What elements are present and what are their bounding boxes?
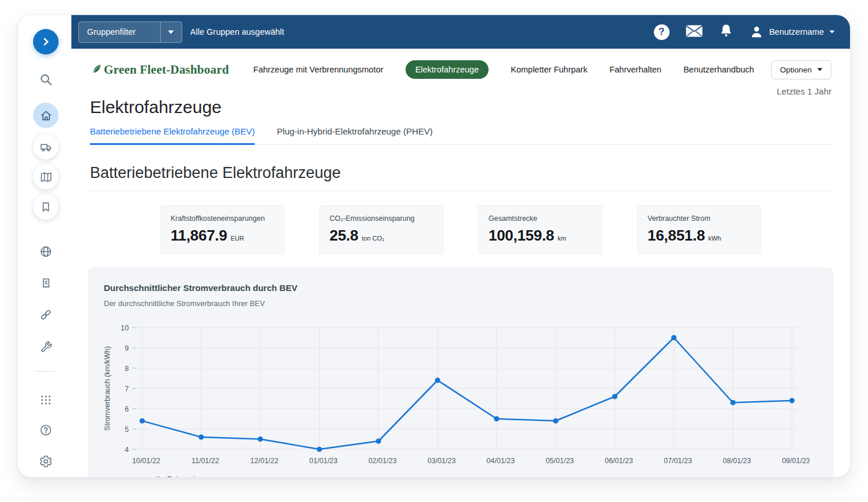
sidebar-item-home[interactable]	[33, 103, 59, 128]
help-button[interactable]: ?	[654, 24, 670, 40]
mail-envelope-icon	[685, 24, 703, 38]
user-avatar-icon	[749, 24, 764, 39]
kpi-value: 25.8	[330, 227, 358, 245]
svg-text:06/01/23: 06/01/23	[605, 457, 633, 465]
kpi-unit: km	[558, 235, 566, 242]
group-filter-dropdown[interactable]: Gruppenfilter	[78, 21, 182, 43]
kpi-unit: ton CO₂	[361, 235, 384, 242]
tab-fahrverhalten[interactable]: Fahrverhalten	[609, 60, 661, 79]
chevron-right-icon	[39, 35, 52, 48]
svg-text:11/01/22: 11/01/22	[191, 457, 219, 465]
sidebar-item-help[interactable]	[33, 417, 59, 443]
sidebar-expand-button[interactable]	[33, 29, 59, 54]
svg-text:Stromverbrauch (km/kWh): Stromverbrauch (km/kWh)	[104, 346, 111, 431]
brand-logo[interactable]: Green Fleet-Dashboard	[90, 63, 229, 77]
sidebar-item-link[interactable]	[33, 302, 59, 328]
chart-svg: 4567891010/01/2211/01/2212/01/2201/01/23…	[104, 316, 809, 471]
sidebar	[18, 15, 71, 477]
section-divider	[90, 191, 831, 191]
page-title: Elektrofahrzeuge	[90, 97, 831, 117]
svg-text:07/01/23: 07/01/23	[664, 457, 692, 465]
kpi-card-co2-savings: CO₂-Emissionseinsparung 25.8ton CO₂	[319, 205, 443, 254]
caret-down-icon[interactable]	[160, 22, 182, 42]
tab-benutzerhandbuch[interactable]: Benutzerhandbuch	[683, 60, 754, 79]
home-icon	[39, 109, 53, 122]
topbar: Gruppenfilter Alle Gruppen ausgewählt ? …	[71, 15, 850, 49]
tab-kompletter-fuhrpark[interactable]: Kompletter Fuhrpark	[511, 60, 587, 79]
kpi-value: 100,159.8	[489, 227, 554, 245]
search-icon	[39, 72, 53, 86]
options-button[interactable]: Optionen	[771, 60, 831, 79]
help-circle-icon	[39, 423, 53, 437]
group-filter-status: Alle Gruppen ausgewählt	[190, 27, 284, 37]
nav-tabs: Fahrzeuge mit Verbrennungsmotor Elektrof…	[254, 60, 754, 79]
leaf-icon	[90, 63, 103, 77]
period-label: Letztes 1 Jahr	[90, 86, 831, 96]
kpi-card-energy-consumed: Verbrauchter Strom 16,851.8kWh	[637, 205, 761, 254]
svg-text:5: 5	[125, 425, 129, 434]
svg-text:9: 9	[125, 344, 129, 352]
sidebar-item-map[interactable]	[33, 164, 59, 190]
sidebar-item-search[interactable]	[33, 67, 59, 92]
kpi-value: 16,851.8	[648, 227, 705, 245]
kpi-card-fuel-savings: Kraftstoffkosteneinsparungen 11,867.9EUR	[160, 205, 284, 254]
sidebar-item-tools[interactable]	[33, 334, 59, 359]
app-window: Gruppenfilter Alle Gruppen ausgewählt ? …	[17, 14, 851, 478]
options-label: Optionen	[780, 66, 812, 74]
chart-legend: Ihr Fuhrpark	[131, 475, 818, 478]
group-filter-label: Gruppenfilter	[79, 22, 160, 42]
gear-icon	[39, 454, 53, 468]
sidebar-item-apps[interactable]	[33, 387, 59, 413]
subtab-bev[interactable]: Batteriebetriebene Elektrofahrzeuge (BEV…	[90, 126, 255, 145]
svg-text:8: 8	[125, 365, 129, 373]
sidebar-item-bookmark[interactable]	[33, 194, 59, 220]
svg-text:05/01/23: 05/01/23	[545, 457, 574, 465]
svg-text:02/01/23: 02/01/23	[368, 457, 397, 465]
wrench-icon	[39, 340, 53, 354]
main-area: Gruppenfilter Alle Gruppen ausgewählt ? …	[71, 15, 850, 477]
kpi-label: Kraftstoffkosteneinsparungen	[171, 214, 274, 223]
link-icon	[39, 308, 53, 322]
help-glyph: ?	[659, 26, 664, 38]
chart-subtitle: Der durchschnittliche Stromverbrauch Ihr…	[104, 299, 818, 308]
svg-text:7: 7	[125, 385, 129, 393]
kpi-card-total-distance: Gesamtstrecke 100,159.8km	[478, 205, 602, 254]
apps-grid-icon	[39, 393, 53, 407]
kpi-value: 11,867.9	[171, 227, 227, 245]
svg-text:09/01/23: 09/01/23	[782, 457, 809, 465]
truck-icon	[39, 140, 53, 154]
kpi-row: Kraftstoffkosteneinsparungen 11,867.9EUR…	[90, 205, 831, 254]
sidebar-item-vehicles[interactable]	[33, 134, 59, 159]
svg-text:10: 10	[121, 324, 129, 332]
svg-text:01/01/23: 01/01/23	[309, 457, 338, 465]
receipt-icon	[39, 277, 53, 290]
kpi-label: Verbrauchter Strom	[648, 214, 751, 223]
kpi-unit: kWh	[708, 235, 721, 242]
kpi-unit: EUR	[230, 235, 244, 242]
kpi-label: CO₂-Emissionseinsparung	[330, 214, 433, 223]
topbar-actions: ? Benutzername	[654, 23, 835, 41]
svg-text:10/01/22: 10/01/22	[132, 457, 161, 465]
sidebar-divider	[34, 371, 55, 372]
subtabs: Batteriebetriebene Elektrofahrzeuge (BEV…	[90, 126, 831, 145]
globe-icon	[39, 245, 53, 259]
sidebar-item-globe[interactable]	[33, 239, 59, 264]
bell-icon	[719, 23, 733, 38]
tab-verbrennungsmotor[interactable]: Fahrzeuge mit Verbrennungsmotor	[254, 60, 384, 79]
svg-text:03/01/23: 03/01/23	[428, 457, 456, 465]
primary-nav: Green Fleet-Dashboard Fahrzeuge mit Verb…	[90, 58, 831, 81]
notifications-button[interactable]	[719, 23, 733, 41]
mail-button[interactable]	[685, 24, 703, 40]
subtab-phev[interactable]: Plug-in-Hybrid-Elektrofahrzeuge (PHEV)	[277, 126, 432, 145]
map-icon	[39, 170, 53, 184]
tab-elektrofahrzeuge[interactable]: Elektrofahrzeuge	[406, 60, 489, 79]
brand-title: Green Fleet-Dashboard	[104, 63, 229, 77]
sidebar-item-report[interactable]	[33, 270, 59, 296]
sidebar-item-settings[interactable]	[33, 449, 59, 474]
username-label: Benutzername	[769, 27, 824, 37]
user-menu[interactable]: Benutzername	[749, 24, 835, 39]
bookmark-icon	[39, 201, 52, 213]
svg-text:4: 4	[125, 446, 129, 454]
svg-text:6: 6	[125, 405, 129, 413]
caret-down-icon	[829, 30, 835, 34]
